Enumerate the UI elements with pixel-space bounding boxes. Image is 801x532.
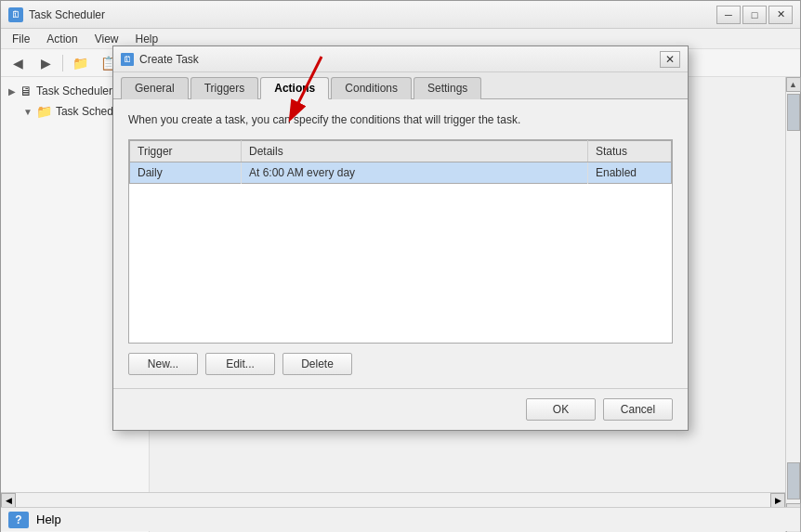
menu-action[interactable]: Action: [39, 31, 85, 47]
details-cell: At 6:00 AM every day: [242, 162, 588, 183]
dialog-body: When you create a task, you can specify …: [113, 99, 688, 388]
col-header-status: Status: [588, 140, 672, 162]
scroll-up-arrow[interactable]: ▲: [786, 77, 801, 92]
tab-triggers[interactable]: Triggers: [190, 77, 259, 99]
title-bar-buttons: ─ □ ✕: [716, 6, 793, 24]
menu-help[interactable]: Help: [128, 31, 166, 47]
folder-icon-child: 📁: [36, 104, 52, 119]
expand-icon-child: ▼: [23, 107, 33, 117]
back-button[interactable]: ◀: [5, 52, 31, 74]
dialog-close-button[interactable]: ✕: [660, 51, 680, 68]
expand-icon: ▶: [8, 86, 16, 97]
status-bar: ? Help: [1, 507, 800, 531]
scroll-thumb-bottom[interactable]: [787, 462, 800, 500]
table-row[interactable]: Daily At 6:00 AM every day Enabled: [130, 162, 672, 183]
trigger-cell: Daily: [130, 162, 242, 183]
horizontal-scrollbar: ◀ ▶: [1, 492, 785, 507]
new-button[interactable]: New...: [128, 353, 198, 375]
help-icon: ?: [8, 512, 29, 528]
app-icon: 🗓: [8, 7, 23, 22]
status-cell: Enabled: [588, 162, 672, 183]
tab-actions[interactable]: Actions: [260, 77, 329, 99]
minimize-button[interactable]: ─: [716, 6, 741, 24]
tab-settings[interactable]: Settings: [414, 77, 481, 99]
dialog-description: When you create a task, you can specify …: [128, 112, 673, 128]
delete-button[interactable]: Delete: [282, 353, 352, 375]
app-close-button[interactable]: ✕: [768, 6, 793, 24]
help-text: Help: [36, 513, 61, 526]
create-task-dialog: 🗓 Create Task ✕ General Triggers Actions…: [112, 45, 689, 431]
h-scroll-right[interactable]: ▶: [770, 493, 785, 508]
open-folder-button[interactable]: 📁: [67, 52, 93, 74]
dialog-title: Create Task: [139, 53, 654, 66]
app-title: Task Scheduler: [29, 8, 711, 21]
tab-conditions[interactable]: Conditions: [331, 77, 412, 99]
dialog-title-bar: 🗓 Create Task ✕: [113, 46, 688, 72]
main-window: 🗓 Task Scheduler ─ □ ✕ File Action View …: [0, 0, 801, 532]
dialog-footer: OK Cancel: [113, 388, 688, 430]
cancel-button[interactable]: Cancel: [603, 398, 673, 421]
edit-button[interactable]: Edit...: [205, 353, 275, 375]
title-bar: 🗓 Task Scheduler ─ □ ✕: [1, 1, 800, 29]
triggers-table: Trigger Details Status Daily At 6:00 AM …: [129, 140, 672, 184]
h-scroll-left[interactable]: ◀: [1, 493, 16, 508]
toolbar-separator: [62, 55, 63, 71]
table-action-buttons: New... Edit... Delete: [128, 353, 673, 375]
maximize-button[interactable]: □: [742, 6, 767, 24]
dialog-tabs: General Triggers Actions Conditions Sett…: [113, 72, 688, 99]
folder-icon: 🖥: [20, 84, 33, 98]
forward-button[interactable]: ▶: [33, 52, 59, 74]
triggers-table-container[interactable]: Trigger Details Status Daily At 6:00 AM …: [128, 139, 673, 344]
menu-view[interactable]: View: [87, 31, 126, 47]
scroll-thumb-top[interactable]: [787, 94, 800, 131]
right-scrollbar: ▲ ▶ ▲: [785, 77, 800, 532]
col-header-details: Details: [242, 140, 588, 162]
dialog-icon: 🗓: [121, 53, 134, 66]
menu-file[interactable]: File: [5, 31, 37, 47]
tab-general[interactable]: General: [121, 77, 189, 99]
ok-button[interactable]: OK: [526, 398, 596, 421]
col-header-trigger: Trigger: [130, 140, 242, 162]
